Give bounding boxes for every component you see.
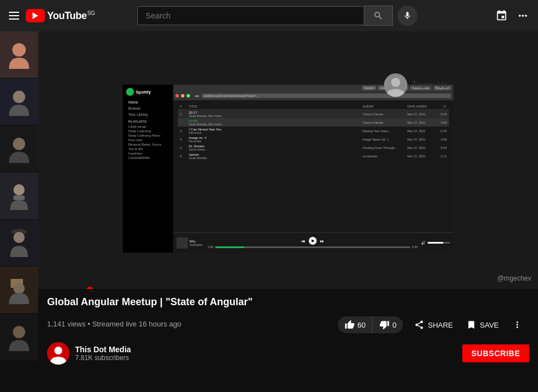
sp-playlist-1[interactable]: Liked songs (126, 124, 170, 129)
sp-track-2-dur: 3:06 (435, 121, 447, 124)
screen-share: Trung Vo Spotify Home Browse Your Librar… (123, 68, 453, 253)
sp-nav-home[interactable]: Home (126, 99, 170, 105)
meta-actions-row: 1,141 views • Streamed live 16 hours ago… (47, 312, 529, 333)
person1-silhouette (8, 41, 30, 69)
sp-track-4-album: Image Tapes Vol. 1 (363, 138, 407, 141)
sp-track-2-date: Mar 27, 2021 (407, 121, 435, 124)
sp-playlist-5[interactable]: Binaural Beats: Focus (126, 142, 170, 147)
sp-nav-library[interactable]: Your Library (126, 111, 170, 118)
sp-nav-browse[interactable]: Browse (126, 105, 170, 111)
sidebar-thumb-5[interactable] (0, 220, 38, 267)
channel-info: This Dot Media 7.81K subscribers (75, 345, 131, 362)
sidebar-thumb-3[interactable] (0, 125, 38, 172)
sp-track-2-info: 03:06 Giulio Almeida, Nils Frahm (189, 119, 363, 126)
sp-col-num: # (180, 105, 189, 108)
sp-volume-bar[interactable] (428, 242, 450, 244)
yt-logo-icon (26, 9, 45, 22)
sp-track-6-dur: 2:11 (435, 155, 447, 158)
sp-track-4-date: Mar 27, 2021 (407, 138, 435, 141)
dislike-button[interactable]: 0 (373, 316, 403, 333)
sp-playlist-8[interactable]: CHAKRRRRR (126, 156, 170, 160)
svg-point-1 (13, 91, 25, 103)
search-input-wrap (137, 6, 364, 25)
sp-content: # TITLE ALBUM DATE ADDED ⏱ 1 (173, 100, 453, 164)
sp-track-1-dur: 5:09 (435, 113, 447, 116)
share-button[interactable]: SHARE (407, 318, 460, 332)
channel-avatar[interactable] (47, 342, 69, 365)
sp-track-1-artist: Giulio Almeida, Nils Frahm (189, 114, 363, 118)
sp-playlist-6[interactable]: You & Me (126, 147, 170, 151)
yt-sg: SG (87, 10, 95, 16)
apps-icon[interactable] (517, 10, 529, 22)
stream-time: Streamed live 16 hours ago (92, 320, 181, 328)
mic-icon (397, 6, 418, 26)
sp-track-1[interactable]: 1 20:17 Giulio Almeida, Nils Frahm Tranc… (178, 110, 449, 118)
sp-progress-container: 0:09 0:58 (208, 245, 418, 249)
thumbdown-icon (379, 320, 389, 330)
more-options-button[interactable] (505, 318, 529, 332)
sp-progress-bar[interactable] (215, 246, 411, 248)
sp-playlist-7[interactable]: Favöriten (126, 151, 170, 156)
sp-track-1-info: 20:17 Giulio Almeida, Nils Frahm (189, 111, 363, 118)
subscribe-button[interactable]: SUBSCRIBE (462, 344, 529, 362)
sidebar-thumb-2[interactable] (0, 78, 38, 125)
sp-track-4-num: 4 (180, 138, 189, 141)
person3-silhouette (8, 135, 30, 163)
search-button[interactable] (364, 6, 393, 26)
sp-track-1-date: Mar 27, 2021 (407, 113, 435, 116)
sp-track-1-num: 1 (180, 113, 189, 116)
presenter-avatar (384, 73, 407, 97)
sp-dot-red (175, 94, 179, 97)
watermark: @mgechev (497, 274, 531, 282)
sp-track-5-date: Mar 27, 2021 (407, 146, 435, 150)
sp-track-header: # TITLE ALBUM DATE ADDED ⏱ (178, 104, 449, 110)
sp-track-6[interactable]: 6 saman Giulio Almeida re:member Mar 27,… (178, 152, 449, 160)
save-button[interactable]: SAVE (460, 318, 505, 332)
sp-time-current: 0:09 (208, 245, 214, 249)
sp-playlist-4[interactable]: Post rock (126, 138, 170, 142)
sp-track-4-dur: 3:09 (435, 138, 447, 141)
sp-play-btn[interactable]: ▶ (309, 237, 317, 245)
main-layout: M Trung Vo (0, 31, 538, 392)
sidebar-thumb-4[interactable] (0, 172, 38, 220)
youtube-logo: YouTubeSG (26, 9, 95, 22)
upload-icon[interactable] (495, 10, 508, 22)
sp-prev-btn[interactable]: ⏮ (302, 239, 305, 243)
sp-next-btn[interactable]: ⏭ (320, 239, 324, 243)
mic-button[interactable] (397, 6, 418, 26)
sp-track-5[interactable]: 5 KL Streets Savoir Adore Floating Down … (178, 143, 449, 152)
sidebar-thumbnails (0, 31, 38, 392)
sp-progress-fill (215, 246, 244, 248)
sp-track-meta: Why Inspirative (189, 240, 202, 246)
sidebar-thumb-7[interactable] (0, 314, 38, 361)
share-icon (414, 320, 424, 330)
channel-name[interactable]: This Dot Media (75, 345, 131, 354)
sidebar-thumb-6[interactable] (0, 267, 38, 314)
spotify-ui: Spotify Home Browse Your Library PLAYLIS… (123, 85, 453, 253)
sp-track-3-num: 3 (180, 129, 189, 133)
channel-subscribers: 7.81K subscribers (75, 354, 131, 362)
sp-btn-support[interactable]: Support (362, 86, 377, 90)
sp-track-3-date: Mar 27, 2021 (407, 129, 435, 133)
menu-button[interactable] (9, 12, 19, 20)
sp-col-date: DATE ADDED (407, 105, 435, 108)
sp-playlist-2[interactable]: Deep Listening (126, 129, 170, 133)
like-button[interactable]: 60 (338, 316, 373, 333)
sp-track-4[interactable]: 4 image no. 4 Hauschka Image Tapes Vol. … (178, 135, 449, 143)
sp-col-album: ALBUM (363, 105, 407, 108)
sp-track-3-info: I Can Almost See You Hammock (189, 128, 363, 134)
sp-track-2[interactable]: ♪ 03:06 Giulio Almeida, Nils Frahm Tranc… (178, 118, 449, 127)
sp-logo-text: Spotify (136, 90, 151, 95)
sp-col-dur: ⏱ (435, 105, 447, 108)
sp-time-total: 0:58 (412, 245, 418, 249)
sp-col-title: TITLE (189, 105, 363, 108)
sp-playlist-3[interactable]: Deep Listening Piano (126, 133, 170, 138)
svg-rect-4 (13, 195, 25, 200)
sidebar-thumb-1[interactable] (0, 31, 38, 78)
search-input[interactable] (138, 7, 364, 25)
topbar-left: YouTubeSG (9, 9, 95, 22)
sp-track-3[interactable]: 3 I Can Almost See You Hammock Raising Y… (178, 127, 449, 135)
person5-silhouette (8, 226, 30, 260)
sp-nav-back[interactable]: ◀ ▶ (194, 94, 200, 97)
sp-playing-artist: Inspirative (189, 243, 202, 246)
